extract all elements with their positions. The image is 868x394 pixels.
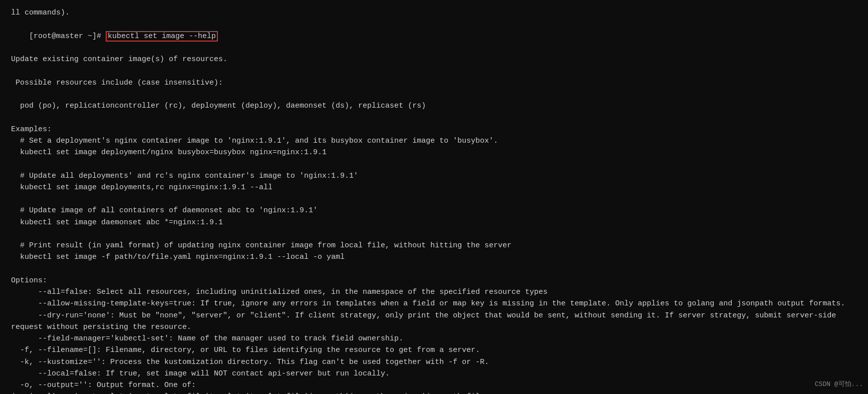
line-8	[11, 112, 857, 123]
line-14: kubectl set image deployments,rc nginx=n…	[11, 182, 857, 193]
line-5: Possible resources include (case insensi…	[11, 77, 857, 89]
line-23: --all=false: Select all resources, inclu…	[11, 286, 857, 298]
line-19: # Print result (in yaml format) of updat…	[11, 240, 857, 251]
line-9: Examples:	[11, 124, 857, 135]
terminal-window: ll commands). [root@master ~]# kubectl s…	[6, 4, 862, 394]
line-21	[11, 263, 857, 275]
line-30: -o, --output='': Output format. One of:	[11, 379, 857, 391]
line-3: Update existing container image(s) of re…	[11, 54, 857, 65]
line-12	[11, 158, 857, 170]
line-22: Options:	[11, 275, 857, 286]
line-20: kubectl set image -f path/to/file.yaml n…	[11, 251, 857, 263]
line-16: # Update image of all containers of daem…	[11, 205, 857, 216]
line-31: json|yaml|name|go-template|go-template-f…	[11, 391, 857, 394]
line-6	[11, 89, 857, 100]
line-17: kubectl set image daemonset abc *=nginx:…	[11, 217, 857, 228]
line-13: # Update all deployments' and rc's nginx…	[11, 170, 857, 182]
line-15	[11, 193, 857, 205]
line-18	[11, 228, 857, 240]
line-24: --allow-missing-template-keys=true: If t…	[11, 298, 857, 309]
line-1: ll commands).	[11, 7, 857, 19]
line-28: -k, --kustomize='': Process the kustomiz…	[11, 356, 857, 368]
line-11: kubectl set image deployment/nginx busyb…	[11, 147, 857, 158]
prompt-text: [root@master ~]#	[29, 32, 106, 41]
line-29: --local=false: If true, set image will N…	[11, 368, 857, 379]
line-26: --field-manager='kubectl-set': Name of t…	[11, 333, 857, 344]
line-10: # Set a deployment's nginx container ima…	[11, 135, 857, 147]
watermark-text: CSDN @可怕...	[815, 379, 863, 389]
line-25: --dry-run='none': Must be "none", "serve…	[11, 310, 857, 333]
line-27: -f, --filename=[]: Filename, directory, …	[11, 344, 857, 356]
line-7: pod (po), replicationcontroller (rc), de…	[11, 100, 857, 112]
line-2: [root@master ~]# kubectl set image --hel…	[11, 19, 857, 54]
line-4	[11, 65, 857, 77]
command-highlighted: kubectl set image --help	[106, 31, 218, 42]
